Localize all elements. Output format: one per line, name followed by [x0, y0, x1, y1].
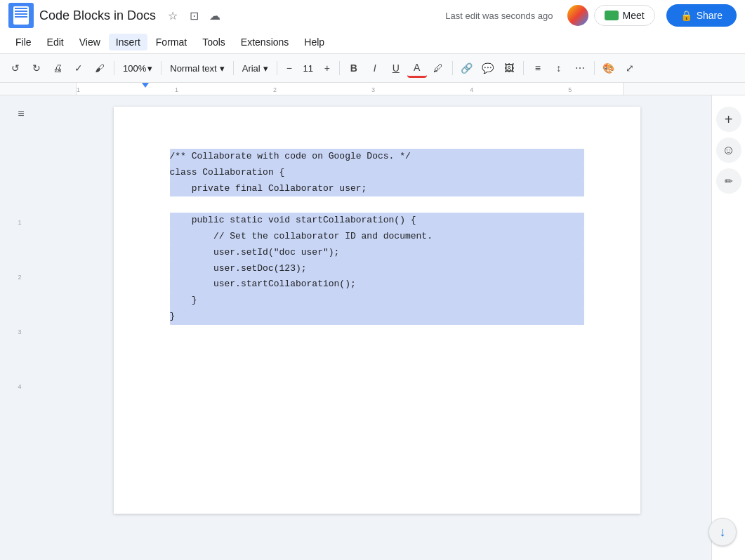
separator-6: [452, 61, 453, 75]
zoom-arrow: ▾: [147, 63, 152, 74]
code-line-10: }: [170, 309, 584, 325]
ruler: 1 1 2 3 4 5: [0, 83, 745, 95]
separator-1: [114, 61, 114, 75]
comment-button[interactable]: 💬: [478, 58, 498, 78]
text-color-button[interactable]: A: [407, 58, 427, 78]
font-dropdown[interactable]: Arial ▾: [238, 62, 272, 75]
ruler-inner: 1 1 2 3 4 5: [76, 83, 624, 95]
page-area: /** Collaborate with code on Google Docs…: [42, 95, 711, 560]
menu-insert[interactable]: Insert: [109, 34, 147, 51]
last-edit-status: Last edit was seconds ago: [445, 11, 553, 21]
bold-button[interactable]: B: [344, 58, 364, 78]
zoom-value: 100%: [123, 63, 146, 74]
ruler-label-2: 2: [273, 86, 277, 93]
assistant-button[interactable]: ↓: [708, 518, 737, 546]
title-icons: ☆ ⊡ ☁: [164, 7, 223, 24]
code-line-3: [170, 196, 584, 213]
menu-extensions[interactable]: Extensions: [234, 34, 296, 51]
docs-logo: [8, 3, 34, 28]
collaborator-avatars: [567, 5, 588, 26]
meet-button[interactable]: Meet: [594, 5, 655, 26]
ruler-num-3: 3: [18, 328, 21, 341]
separator-5: [339, 61, 340, 75]
indent-marker: [142, 83, 149, 88]
paint-format-button[interactable]: 🖌: [90, 58, 110, 78]
font-value: Arial: [242, 63, 261, 74]
underline-button[interactable]: U: [386, 58, 406, 78]
separator-7: [523, 61, 524, 75]
spellcheck-button[interactable]: ✓: [69, 58, 88, 78]
paragraph-style-dropdown[interactable]: Normal text ▾: [166, 62, 228, 75]
ruler-num-1: 1: [18, 219, 21, 232]
expand-button[interactable]: ⤢: [620, 58, 640, 78]
menu-edit[interactable]: Edit: [40, 34, 71, 51]
redo-button[interactable]: ↻: [27, 58, 46, 78]
more-button[interactable]: ⋯: [570, 58, 590, 78]
print-button[interactable]: 🖨: [48, 58, 67, 78]
code-line-8: user.startCollaboration();: [170, 276, 584, 293]
decrease-font-button[interactable]: −: [282, 60, 297, 76]
menu-format[interactable]: Format: [149, 34, 194, 51]
ruler-label-0: 1: [77, 86, 80, 93]
document-title[interactable]: Code Blocks in Docs: [39, 8, 156, 23]
document-page: /** Collaborate with code on Google Docs…: [114, 107, 640, 514]
share-button[interactable]: 🔒 Share: [666, 4, 737, 27]
bottom-right-area: ↓: [708, 518, 737, 546]
sidebar-left: ≡ 1 2 3 4: [0, 95, 42, 560]
emoji-button[interactable]: ☺: [716, 138, 741, 163]
avatar: [567, 5, 588, 26]
font-size-input[interactable]: [298, 63, 318, 74]
menu-file[interactable]: File: [8, 34, 39, 51]
code-line-1: class Collaboration {: [170, 165, 584, 181]
zoom-dropdown[interactable]: 100% ▾: [119, 62, 157, 75]
paint-tool-button[interactable]: 🎨: [599, 58, 619, 78]
code-line-0: /** Collaborate with code on Google Docs…: [170, 149, 584, 165]
highlight-button[interactable]: 🖊: [428, 58, 448, 78]
add-content-button[interactable]: +: [716, 107, 741, 132]
align-button[interactable]: ≡: [528, 58, 548, 78]
paragraph-style-value: Normal text: [170, 63, 216, 74]
star-icon[interactable]: ☆: [164, 7, 181, 24]
main-area: ≡ 1 2 3 4 /** Collaborate with code on G…: [0, 95, 745, 560]
menu-help[interactable]: Help: [297, 34, 331, 51]
ruler-label-4: 4: [470, 86, 473, 93]
link-button[interactable]: 🔗: [457, 58, 477, 78]
folder-icon[interactable]: ⊡: [185, 7, 202, 24]
font-size-control: − +: [282, 60, 335, 76]
share-label: Share: [697, 10, 723, 21]
code-block[interactable]: /** Collaborate with code on Google Docs…: [170, 149, 584, 325]
code-line-6: user.setId("doc user");: [170, 245, 584, 261]
code-line-7: user.setDoc(123);: [170, 261, 584, 277]
ruler-label-3: 3: [371, 86, 375, 93]
line-numbers: 1 2 3 4: [18, 219, 24, 396]
cloud-icon[interactable]: ☁: [206, 7, 223, 24]
increase-font-button[interactable]: +: [319, 60, 335, 76]
menu-view[interactable]: View: [72, 34, 107, 51]
image-button[interactable]: 🖼: [499, 58, 519, 78]
title-bar: Code Blocks in Docs ☆ ⊡ ☁ Last edit was …: [0, 0, 745, 31]
separator-4: [277, 61, 277, 75]
separator-2: [161, 61, 161, 75]
document-outline-icon[interactable]: ≡: [10, 102, 32, 125]
feedback-button[interactable]: ✏: [716, 168, 741, 194]
paragraph-style-arrow: ▾: [220, 63, 225, 74]
toolbar: ↺ ↻ 🖨 ✓ 🖌 100% ▾ Normal text ▾ Arial ▾ −…: [0, 53, 745, 83]
ruler-num-4: 4: [18, 383, 21, 396]
meet-label: Meet: [623, 10, 645, 21]
sidebar-right: + ☺ ✏: [711, 95, 745, 560]
line-spacing-button[interactable]: ↕: [549, 58, 569, 78]
ruler-num-2: 2: [18, 274, 21, 286]
code-line-4: public static void startCollaboration() …: [170, 213, 584, 229]
ruler-label-1: 1: [175, 86, 178, 93]
code-line-2: private final Collaborator user;: [170, 181, 584, 197]
menu-tools[interactable]: Tools: [195, 34, 232, 51]
code-line-9: }: [170, 293, 584, 309]
menu-bar: File Edit View Insert Format Tools Exten…: [0, 31, 745, 53]
meet-icon: [605, 11, 619, 20]
separator-3: [233, 61, 234, 75]
italic-button[interactable]: I: [365, 58, 385, 78]
lock-icon: 🔒: [680, 10, 692, 21]
undo-button[interactable]: ↺: [6, 58, 25, 78]
font-arrow: ▾: [263, 63, 268, 74]
ruler-label-5: 5: [568, 86, 572, 93]
